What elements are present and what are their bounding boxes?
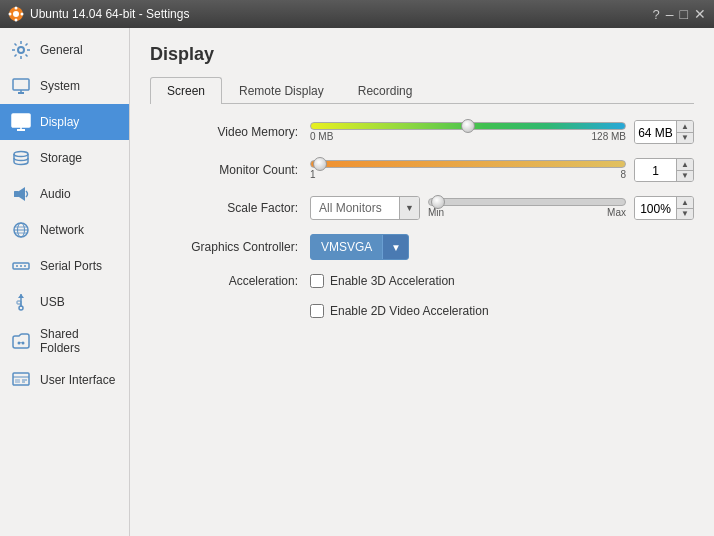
shared-icon	[10, 330, 32, 352]
svg-marker-15	[19, 187, 25, 201]
serial-icon	[10, 255, 32, 277]
monitor-count-label: Monitor Count:	[150, 163, 310, 177]
svg-rect-32	[13, 373, 29, 385]
scale-factor-control: All Monitors ▼ Min Max 100%	[310, 196, 694, 220]
titlebar-left: Ubuntu 14.04 64-bit - Settings	[8, 6, 189, 22]
monitor-count-row: Monitor Count: 1 8 1 ▲	[150, 158, 694, 182]
scale-factor-value: 100%	[635, 197, 676, 219]
svg-point-22	[16, 265, 18, 267]
enable-2d-checkbox[interactable]	[310, 304, 324, 318]
network-icon	[10, 219, 32, 241]
graphics-controller-control: VMSVGA ▼	[310, 234, 694, 260]
help-icon[interactable]: ?	[653, 7, 660, 22]
svg-point-31	[22, 342, 25, 345]
tabs-bar: Screen Remote Display Recording	[150, 77, 694, 104]
sidebar-item-serial-ports[interactable]: Serial Ports	[0, 248, 129, 284]
spinbox-arrows-monitor: ▲ ▼	[676, 159, 693, 181]
svg-point-13	[14, 152, 28, 157]
sidebar-item-network[interactable]: Network	[0, 212, 129, 248]
sidebar-item-storage[interactable]: Storage	[0, 140, 129, 176]
sidebar-usb-label: USB	[40, 295, 65, 309]
monitor-count-control: 1 8 1 ▲ ▼	[310, 158, 694, 182]
scale-decrement[interactable]: ▼	[677, 209, 693, 220]
sidebar-item-user-interface[interactable]: User Interface	[0, 362, 129, 398]
vm-increment[interactable]: ▲	[677, 121, 693, 133]
monitor-labels: 1 8	[310, 169, 626, 180]
vm-decrement[interactable]: ▼	[677, 133, 693, 144]
scale-monitor-dropdown[interactable]: All Monitors ▼	[310, 196, 420, 220]
tab-remote-display[interactable]: Remote Display	[222, 77, 341, 104]
sidebar-item-audio[interactable]: Audio	[0, 176, 129, 212]
vm-min-label: 0 MB	[310, 131, 333, 142]
video-memory-track[interactable]	[310, 122, 626, 130]
scale-factor-label: Scale Factor:	[150, 201, 310, 215]
audio-icon	[10, 183, 32, 205]
sidebar-system-label: System	[40, 79, 80, 93]
monitor-min-label: 1	[310, 169, 316, 180]
scale-labels: Min Max	[428, 207, 626, 218]
scale-increment[interactable]: ▲	[677, 197, 693, 209]
sidebar-shared-label: Shared Folders	[40, 327, 119, 355]
sidebar-item-usb[interactable]: USB	[0, 284, 129, 320]
monitor-count-value: 1	[635, 159, 676, 181]
sidebar-storage-label: Storage	[40, 151, 82, 165]
tab-screen[interactable]: Screen	[150, 77, 222, 104]
system-icon	[10, 75, 32, 97]
sidebar: General System Display	[0, 28, 130, 536]
sidebar-item-shared-folders[interactable]: Shared Folders	[0, 320, 129, 362]
minimize-button[interactable]: –	[666, 7, 674, 21]
video-memory-spinbox[interactable]: 64 MB ▲ ▼	[634, 120, 694, 144]
titlebar: Ubuntu 14.04 64-bit - Settings ? – □ ✕	[0, 0, 714, 28]
scale-dropdown-arrow[interactable]: ▼	[399, 197, 419, 219]
sidebar-display-label: Display	[40, 115, 79, 129]
svg-point-1	[13, 11, 19, 17]
monitor-thumb[interactable]	[313, 157, 327, 171]
svg-point-6	[18, 47, 24, 53]
video-memory-thumb[interactable]	[461, 119, 475, 133]
scale-slider-wrapper: Min Max	[428, 198, 626, 218]
acceleration-row: Acceleration: Enable 3D Acceleration Ena…	[150, 274, 694, 326]
video-memory-control: 0 MB 128 MB 64 MB ▲ ▼	[310, 120, 694, 144]
svg-point-2	[15, 7, 18, 10]
scale-track[interactable]	[428, 198, 626, 206]
monitor-decrement[interactable]: ▼	[677, 171, 693, 182]
enable-2d-label[interactable]: Enable 2D Video Acceleration	[330, 304, 489, 318]
video-memory-slider-wrapper: 0 MB 128 MB	[310, 122, 626, 142]
monitor-increment[interactable]: ▲	[677, 159, 693, 171]
acceleration-label: Acceleration:	[150, 274, 310, 288]
monitor-count-spinbox[interactable]: 1 ▲ ▼	[634, 158, 694, 182]
sidebar-audio-label: Audio	[40, 187, 71, 201]
ui-icon	[10, 369, 32, 391]
graphics-controller-arrow[interactable]: ▼	[382, 235, 408, 259]
svg-point-5	[21, 13, 24, 16]
enable-3d-label[interactable]: Enable 3D Acceleration	[330, 274, 455, 288]
monitor-track[interactable]	[310, 160, 626, 168]
app-icon	[8, 6, 24, 22]
sidebar-item-system[interactable]: System	[0, 68, 129, 104]
scale-dropdown-value: All Monitors	[311, 201, 399, 215]
close-button[interactable]: ✕	[694, 7, 706, 21]
gear-icon	[10, 39, 32, 61]
sidebar-item-display[interactable]: Display	[0, 104, 129, 140]
vm-max-label: 128 MB	[592, 131, 626, 142]
usb-icon	[10, 291, 32, 313]
page-title: Display	[150, 44, 694, 65]
graphics-controller-select[interactable]: VMSVGA ▼	[310, 234, 409, 260]
sidebar-item-general[interactable]: General	[0, 32, 129, 68]
svg-marker-26	[18, 294, 24, 298]
enable-3d-checkbox[interactable]	[310, 274, 324, 288]
svg-point-24	[24, 265, 26, 267]
video-memory-value: 64 MB	[635, 121, 676, 143]
scale-thumb[interactable]	[431, 195, 445, 209]
storage-icon	[10, 147, 32, 169]
maximize-button[interactable]: □	[680, 7, 688, 21]
screen-settings: Video Memory: 0 MB 128 MB 64 MB	[150, 120, 694, 520]
scale-factor-spinbox[interactable]: 100% ▲ ▼	[634, 196, 694, 220]
video-memory-label: Video Memory:	[150, 125, 310, 139]
tab-recording[interactable]: Recording	[341, 77, 430, 104]
main-container: General System Display	[0, 28, 714, 536]
scale-factor-row: Scale Factor: All Monitors ▼ Min Max	[150, 196, 694, 220]
svg-rect-14	[14, 191, 19, 197]
monitor-slider-wrapper: 1 8	[310, 160, 626, 180]
sidebar-ui-label: User Interface	[40, 373, 115, 387]
